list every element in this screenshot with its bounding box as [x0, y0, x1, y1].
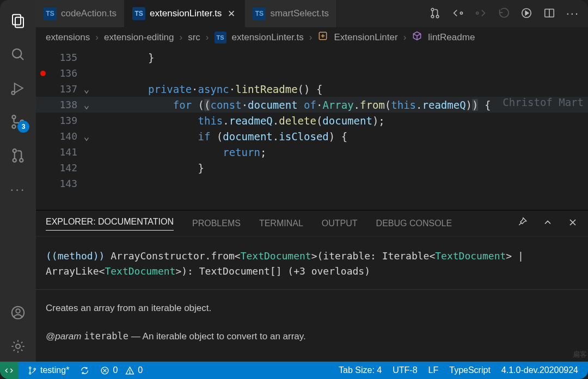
- tab-problems[interactable]: PROBLEMS: [192, 219, 241, 228]
- fold-icon[interactable]: ⌄: [79, 99, 94, 110]
- editor-tabs: TS codeAction.ts TS extensionLinter.ts ✕…: [36, 0, 588, 27]
- warnings-count[interactable]: 0: [120, 365, 148, 375]
- line-number: 138: [36, 99, 79, 110]
- activity-bar: 3 ···: [0, 0, 36, 362]
- crumb-file[interactable]: extensionLinter.ts: [232, 32, 304, 43]
- more-views-icon[interactable]: ···: [0, 174, 36, 204]
- param-desc: — An iterable object to convert to an ar…: [128, 331, 306, 341]
- ts-version[interactable]: 4.1.0-dev.20200924: [496, 365, 584, 375]
- git-branch[interactable]: testing*: [22, 365, 75, 375]
- tab-documentation[interactable]: EXPLORER: DOCUMENTATION: [46, 217, 174, 231]
- documentation-signature: ((method)) ArrayConstructor.from<TextDoc…: [36, 237, 588, 290]
- fold-icon[interactable]: ⌄: [79, 131, 94, 142]
- svg-point-2: [13, 49, 21, 58]
- svg-point-15: [431, 8, 434, 11]
- explorer-icon[interactable]: [0, 5, 36, 36]
- scm-badge: 3: [17, 121, 29, 133]
- source-control-icon[interactable]: 3: [0, 107, 36, 137]
- ts-icon: TS: [44, 7, 57, 20]
- code-editor[interactable]: Christof Mart 135 } 136 137 ⌄ private·as…: [36, 49, 588, 210]
- settings-gear-icon[interactable]: [0, 331, 36, 362]
- line-number: 143: [36, 178, 79, 189]
- more-actions-icon[interactable]: ···: [566, 7, 579, 21]
- panel: EXPLORER: DOCUMENTATION PROBLEMS TERMINA…: [36, 210, 588, 362]
- ts-icon: TS: [132, 7, 145, 20]
- crumb[interactable]: src: [188, 32, 200, 43]
- line-number: 137: [36, 83, 79, 95]
- accounts-icon[interactable]: [0, 297, 36, 328]
- svg-point-27: [34, 368, 35, 370]
- documentation-body: Creates an array from an iterable object…: [36, 290, 588, 362]
- svg-point-19: [476, 11, 478, 14]
- split-editor-icon[interactable]: [543, 7, 555, 21]
- status-bar: testing* 0 0 Tab Size: 4 UTF-8 LF TypeSc…: [0, 362, 588, 379]
- method-icon: [412, 30, 422, 44]
- encoding[interactable]: UTF-8: [387, 365, 422, 375]
- param-name: iterable: [84, 331, 128, 341]
- svg-point-13: [16, 309, 20, 313]
- crumb[interactable]: extensions: [46, 32, 90, 43]
- doc-description: Creates an array from an iterable object…: [46, 300, 578, 317]
- eol[interactable]: LF: [423, 365, 444, 375]
- line-number: 141: [36, 146, 79, 158]
- svg-line-3: [20, 57, 23, 60]
- revert-icon[interactable]: [498, 7, 510, 21]
- line-number: 135: [36, 52, 79, 63]
- search-icon[interactable]: [0, 39, 36, 70]
- tab-output[interactable]: OUTPUT: [322, 219, 358, 228]
- watermark: 扁客: [573, 350, 587, 359]
- close-panel-icon[interactable]: [567, 217, 578, 230]
- sync-icon[interactable]: [75, 366, 95, 375]
- maximize-panel-icon[interactable]: [542, 217, 553, 230]
- ts-icon: TS: [253, 7, 266, 20]
- svg-point-14: [16, 344, 20, 349]
- svg-rect-1: [15, 17, 23, 28]
- svg-point-9: [13, 149, 16, 152]
- svg-point-17: [436, 15, 439, 18]
- svg-point-11: [20, 159, 23, 162]
- svg-marker-21: [525, 11, 529, 15]
- tab-debug-console[interactable]: DEBUG CONSOLE: [376, 219, 452, 228]
- go-forward-icon[interactable]: [475, 7, 487, 21]
- tab-label: smartSelect.ts: [270, 8, 329, 19]
- tab-codeaction[interactable]: TS codeAction.ts: [36, 0, 125, 27]
- line-number: 139: [36, 115, 79, 126]
- breakpoint-icon[interactable]: [40, 71, 46, 76]
- tab-extensionlinter[interactable]: TS extensionLinter.ts ✕: [125, 0, 245, 27]
- fold-icon[interactable]: ⌄: [79, 83, 94, 95]
- svg-point-29: [130, 372, 130, 373]
- errors-count[interactable]: 0: [95, 365, 123, 375]
- svg-point-6: [12, 115, 15, 119]
- tab-label: extensionLinter.ts: [150, 8, 222, 19]
- pin-icon[interactable]: [517, 217, 528, 230]
- run-icon[interactable]: [520, 7, 532, 21]
- blame-annotation: Christof Mart: [503, 96, 584, 108]
- crumb[interactable]: extension-editing: [104, 32, 174, 43]
- ts-icon: TS: [215, 32, 226, 44]
- pull-requests-icon[interactable]: [0, 140, 36, 171]
- close-icon[interactable]: ✕: [226, 8, 237, 20]
- compare-icon[interactable]: [429, 7, 441, 21]
- svg-point-18: [460, 11, 462, 14]
- run-debug-icon[interactable]: [0, 73, 36, 103]
- svg-point-7: [12, 125, 15, 128]
- svg-point-5: [11, 91, 15, 95]
- crumb-method[interactable]: lintReadme: [428, 32, 475, 43]
- crumb-class[interactable]: ExtensionLinter: [334, 32, 397, 43]
- svg-rect-0: [13, 15, 21, 25]
- svg-point-16: [431, 15, 434, 18]
- go-back-icon[interactable]: [452, 7, 464, 21]
- tab-terminal[interactable]: TERMINAL: [259, 219, 303, 228]
- language-mode[interactable]: TypeScript: [444, 365, 496, 375]
- line-number: 142: [36, 162, 79, 173]
- editor-actions: ···: [420, 0, 588, 27]
- tab-smartselect[interactable]: TS smartSelect.ts: [245, 0, 337, 27]
- remote-indicator[interactable]: [0, 362, 18, 379]
- class-icon: [317, 30, 328, 44]
- tab-label: codeAction.ts: [61, 8, 117, 19]
- param-label: @param: [46, 331, 84, 341]
- svg-marker-4: [15, 83, 23, 93]
- breadcrumb[interactable]: extensions› extension-editing› src› TS e…: [36, 27, 588, 49]
- tab-size[interactable]: Tab Size: 4: [333, 365, 387, 375]
- svg-point-25: [29, 366, 31, 368]
